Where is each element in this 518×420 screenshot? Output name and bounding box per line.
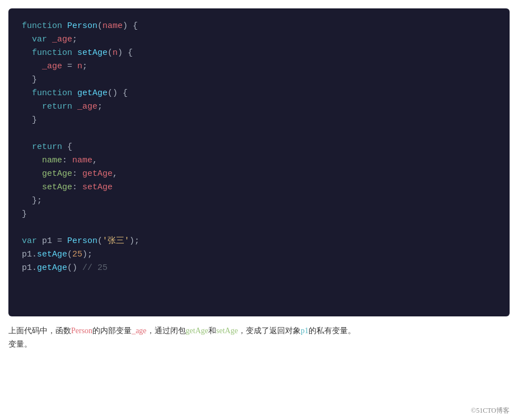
code-line-10: return { <box>22 141 496 154</box>
code-line-8: } <box>22 114 496 127</box>
code-line-2: var _age; <box>22 33 496 46</box>
code-line-3: function setAge(n) { <box>22 46 496 60</box>
code-line-11: name: name, <box>22 154 496 167</box>
description-block: 上面代码中，函数Person的内部变量_age，通过闭包getAge和setAg… <box>0 316 518 357</box>
code-line-empty-2 <box>22 221 496 235</box>
desc-p1: p1 <box>301 326 309 335</box>
code-line-15: } <box>22 208 496 221</box>
code-line-18: p1.setAge(25); <box>22 248 496 262</box>
description-text: 上面代码中，函数Person的内部变量_age，通过闭包getAge和setAg… <box>8 326 356 335</box>
desc-getage: getAge <box>186 326 208 335</box>
code-line-17: var p1 = Person('张三'); <box>22 235 496 248</box>
desc-person: Person <box>71 326 92 335</box>
code-line-4: _age = n; <box>22 60 496 73</box>
code-block: function Person(name) { var _age; functi… <box>8 8 510 316</box>
desc-text5: ，变成了返回对象 <box>238 326 301 335</box>
desc-text6: 的私有变量。 <box>309 326 356 335</box>
desc-text-before: 上面代码中，函数 <box>8 326 71 335</box>
desc-text4: 和 <box>208 326 216 335</box>
desc-last-char: 变量。 <box>8 340 32 348</box>
code-line-19: p1.getAge() // 25 <box>22 262 496 275</box>
code-line-13: setAge: setAge <box>22 181 496 194</box>
desc-text2: 的内部变量 <box>92 326 132 335</box>
code-line-12: getAge: getAge, <box>22 167 496 181</box>
code-line-1: function Person(name) { <box>22 20 496 33</box>
code-line-5: } <box>22 73 496 87</box>
code-line-7: return _age; <box>22 100 496 114</box>
footer-brand: ©51CTO博客 <box>471 406 510 416</box>
code-line-empty-1 <box>22 127 496 141</box>
page-container: function Person(name) { var _age; functi… <box>0 0 518 420</box>
desc-text3: ，通过闭包 <box>147 326 186 335</box>
code-line-14: }; <box>22 194 496 208</box>
desc-setage: setAge <box>216 326 238 335</box>
desc-age-var: _age <box>132 326 146 335</box>
code-line-6: function getAge() { <box>22 87 496 100</box>
